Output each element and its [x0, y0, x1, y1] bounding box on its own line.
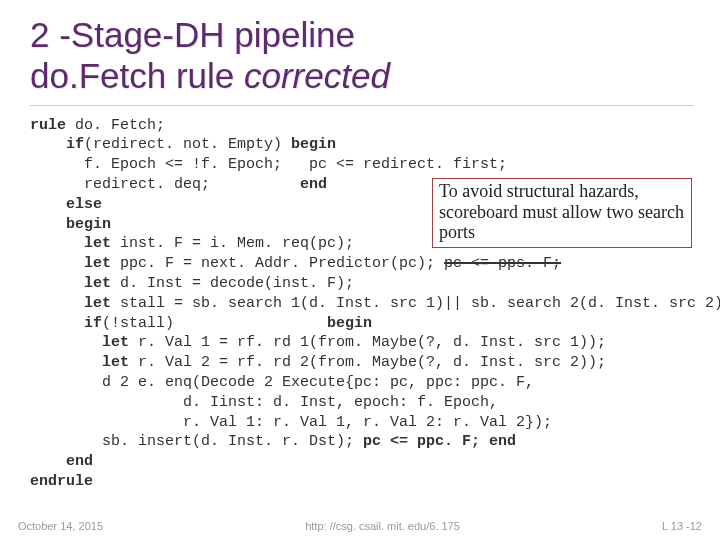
kw-let-3: let — [30, 275, 111, 292]
kw-let-1: let — [30, 235, 111, 252]
footer-slide-number: L 13 -12 — [662, 520, 702, 532]
kw-else: else — [30, 196, 102, 213]
kw-if: if — [30, 136, 84, 153]
footer-url: http: //csg. csail. mit. edu/6. 175 — [305, 520, 460, 532]
kw-rule: rule — [30, 117, 66, 134]
kw-begin-2: begin — [30, 216, 111, 233]
kw-begin-1: begin — [291, 136, 336, 153]
callout-text: To avoid structural hazards, scoreboard … — [439, 181, 684, 242]
kw-let-5: let — [30, 334, 129, 351]
title-line-1: 2 -Stage-DH pipeline — [30, 15, 355, 54]
footer-date: October 14, 2015 — [18, 520, 103, 532]
title-rule — [30, 105, 694, 106]
annotation-callout: To avoid structural hazards, scoreboard … — [432, 178, 692, 248]
title-line-2a: do.Fetch rule — [30, 56, 244, 95]
kw-begin-3: begin — [327, 315, 372, 332]
code-block: rule do. Fetch; if(redirect. not. Empty)… — [30, 116, 694, 492]
footer: October 14, 2015 http: //csg. csail. mit… — [0, 520, 720, 532]
kw-endrule: endrule — [30, 473, 93, 490]
kw-let-4: let — [30, 295, 111, 312]
kw-if-2: if — [30, 315, 102, 332]
slide-title: 2 -Stage-DH pipeline do.Fetch rule corre… — [30, 14, 694, 97]
kw-end-inline: pc <= ppc. F; end — [363, 433, 516, 450]
strikethrough-text: pc <= pps. F; — [444, 255, 561, 272]
kw-let-2: let — [30, 255, 111, 272]
kw-end-1: end — [300, 176, 327, 193]
slide: 2 -Stage-DH pipeline do.Fetch rule corre… — [0, 0, 720, 540]
kw-end-2: end — [30, 453, 93, 470]
kw-let-6: let — [30, 354, 129, 371]
title-line-2b: corrected — [244, 56, 390, 95]
